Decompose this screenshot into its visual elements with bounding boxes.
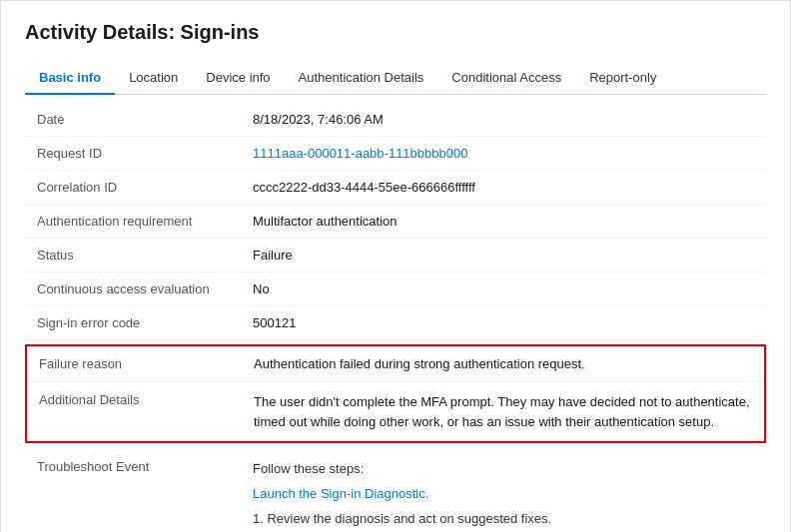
field-label-date: Date [25,103,245,137]
field-value-troubleshoot: Follow these steps: Launch the Sign-in D… [245,447,766,532]
field-value-status: Failure [245,239,766,272]
follow-steps-text: Follow these steps: [253,459,758,480]
tab-report-only[interactable]: Report-only [575,62,670,95]
field-label-failure-reason: Failure reason [26,345,246,382]
table-row: Status Failure [25,239,766,272]
field-label-additional-details: Additional Details [26,382,246,443]
tab-bar: Basic info Location Device info Authenti… [25,62,766,95]
table-row: Sign-in error code 500121 [25,306,766,340]
info-table: Date 8/18/2023, 7:46:06 AM Request ID 11… [25,103,766,340]
tab-device-info[interactable]: Device info [192,62,284,95]
troubleshoot-table: Troubleshoot Event Follow these steps: L… [25,447,766,532]
tab-basic-info[interactable]: Basic info [25,62,115,95]
tab-authentication-details[interactable]: Authentication Details [285,62,438,95]
field-label-troubleshoot: Troubleshoot Event [25,447,245,532]
page-title: Activity Details: Sign-ins [25,21,766,44]
field-value-request-id: 1111aaa-000011-aabb-111bbbbb000 [245,137,766,171]
field-value-correlation-id: cccc2222-dd33-4444-55ee-666666ffffff [245,171,766,205]
step-1-text: 1. Review the diagnosis and act on sugge… [253,509,758,530]
field-value-auth-req: Multifactor authentication [245,205,766,239]
table-row-troubleshoot: Troubleshoot Event Follow these steps: L… [25,447,766,532]
field-label-cae: Continuous access evaluation [25,272,245,306]
table-row: Date 8/18/2023, 7:46:06 AM [25,103,766,137]
field-label-status: Status [25,239,245,272]
tab-location[interactable]: Location [115,62,192,95]
field-value-cae: No [245,272,766,306]
field-label-correlation-id: Correlation ID [25,171,245,205]
table-row: Authentication requirement Multifactor a… [25,205,766,239]
field-value-error-code: 500121 [245,306,766,340]
field-label-error-code: Sign-in error code [25,306,245,340]
troubleshoot-steps: Follow these steps: Launch the Sign-in D… [253,459,758,529]
field-value-additional-details: The user didn't complete the MFA prompt.… [246,382,765,443]
launch-diagnostic-link[interactable]: Launch the Sign-in Diagnostic. [253,484,758,505]
tab-content: Date 8/18/2023, 7:46:06 AM Request ID 11… [25,95,766,532]
field-value-failure-reason: Authentication failed during strong auth… [246,345,765,382]
field-label-request-id: Request ID [25,137,245,171]
field-value-date: 8/18/2023, 7:46:06 AM [245,103,766,137]
activity-details-panel: Activity Details: Sign-ins Basic info Lo… [0,0,791,532]
highlighted-table: Failure reason Authentication failed dur… [25,344,766,443]
table-row-failure-reason: Failure reason Authentication failed dur… [26,345,765,382]
table-row: Request ID 1111aaa-000011-aabb-111bbbbb0… [25,137,766,171]
table-row: Correlation ID cccc2222-dd33-4444-55ee-6… [25,171,766,205]
field-label-auth-req: Authentication requirement [25,205,245,239]
table-row: Continuous access evaluation No [25,272,766,306]
request-id-link[interactable]: 1111aaa-000011-aabb-111bbbbb000 [253,146,467,161]
additional-details-text: The user didn't complete the MFA prompt.… [254,394,750,429]
table-row-additional-details: Additional Details The user didn't compl… [26,382,765,443]
tab-conditional-access[interactable]: Conditional Access [437,62,575,95]
